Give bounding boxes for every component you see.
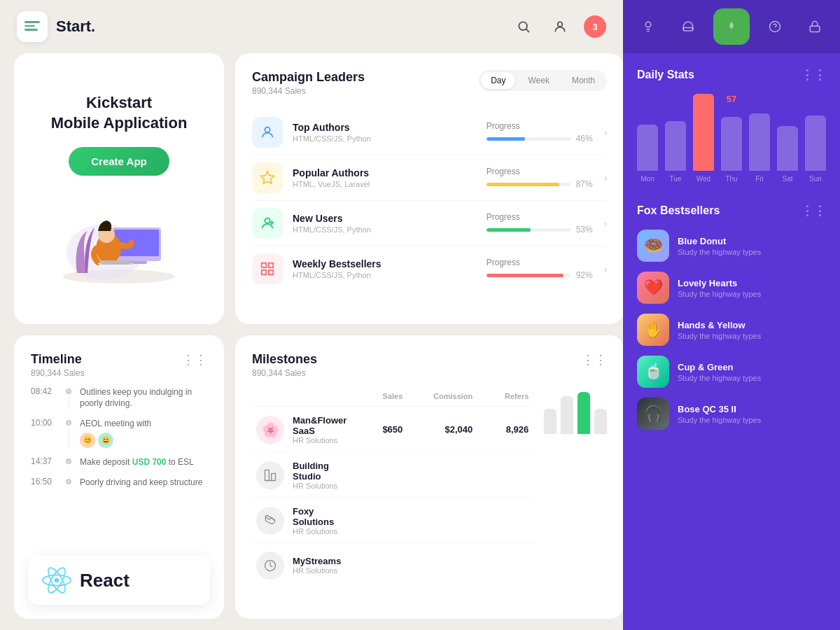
timeline-card: Timeline 890,344 Sales ⋮⋮ 08:42 Outlines… xyxy=(14,335,224,620)
top-authors-name: Top Authors xyxy=(293,122,486,133)
bestseller-cup-green[interactable]: 🍵 Cup & Green Study the highway types xyxy=(637,356,826,388)
milestone-chart xyxy=(544,392,607,434)
new-users-name: New Users xyxy=(293,213,486,224)
chart-bar-sat xyxy=(777,126,798,171)
svg-point-12 xyxy=(265,127,270,132)
milestone-item-manflower: 🌸 Man&Flower SaaS HR Solutions $650 $2,0… xyxy=(252,408,533,452)
tab-day[interactable]: Day xyxy=(481,72,515,89)
header-left: Start. xyxy=(17,11,95,42)
chart-day-labels: Mon Tue Wed Thu Fri Sat Sun xyxy=(637,175,826,183)
manflower-icon: 🌸 xyxy=(256,416,284,444)
tab-week[interactable]: Week xyxy=(518,72,559,89)
react-label: React xyxy=(80,570,130,592)
kickstart-illustration xyxy=(49,192,189,284)
user-icon[interactable] xyxy=(547,14,573,39)
milestone-item-foxy: Foxy Solutions HR Solutions xyxy=(252,499,533,543)
period-tab-group: Day Week Month xyxy=(479,70,607,91)
content-grid: Kickstart Mobile Application Create App xyxy=(0,53,623,630)
svg-rect-25 xyxy=(265,470,270,480)
svg-point-14 xyxy=(265,218,270,223)
campaign-item-top-authors: Top Authors HTML/CSS/JS, Python Progress… xyxy=(252,110,607,155)
sidebar-icon-question[interactable] xyxy=(761,13,789,41)
milestones-subtitle: 890,344 Sales xyxy=(252,368,317,378)
sidebar-icon-fox-active[interactable] xyxy=(713,8,750,45)
new-users-arrow[interactable]: › xyxy=(604,218,608,229)
header: Start. 3 xyxy=(0,0,623,53)
notification-badge[interactable]: 3 xyxy=(584,15,606,38)
campaign-card-header: Campaign Leaders 890,344 Sales Day Week … xyxy=(252,70,607,96)
kickstart-card: Kickstart Mobile Application Create App xyxy=(14,53,224,324)
milestones-card: Milestones 890,344 Sales ⋮⋮ Sales Comiss… xyxy=(235,335,623,620)
campaign-item-popular-authors: Popular Authors HTML, VueJS, Laravel Pro… xyxy=(252,155,607,201)
blue-donut-thumb: 🍩 xyxy=(637,230,669,262)
new-users-icon xyxy=(252,208,283,239)
svg-rect-11 xyxy=(102,260,130,265)
svg-rect-18 xyxy=(269,263,273,267)
bestseller-blue-donut[interactable]: 🍩 Blue Donut Study the highway types xyxy=(637,230,826,262)
campaign-subtitle: 890,344 Sales xyxy=(252,86,365,96)
milestone-item-mystreams: MyStreams HR Solutions xyxy=(252,545,533,587)
campaign-leaders-card: Campaign Leaders 890,344 Sales Day Week … xyxy=(235,53,623,324)
top-authors-arrow[interactable]: › xyxy=(604,127,608,138)
milestone-item-building-studio: Building Studio HR Solutions xyxy=(252,454,533,498)
hands-yellow-thumb: ✋ xyxy=(637,314,669,346)
bestseller-lovely-hearts[interactable]: ❤️ Lovely Hearts Study the highway types xyxy=(637,272,826,304)
svg-point-24 xyxy=(55,578,59,583)
bestseller-bose-qc35[interactable]: 🎧 Bose QC 35 II Study the highway types xyxy=(637,398,826,430)
avatar-2: 😄 xyxy=(98,433,113,448)
col-sales-header: Sales xyxy=(346,392,402,400)
milestones-card-header: Milestones 890,344 Sales ⋮⋮ xyxy=(252,352,607,378)
bestseller-hands-yellow[interactable]: ✋ Hands & Yellow Study the highway types xyxy=(637,314,826,346)
lovely-hearts-thumb: ❤️ xyxy=(637,272,669,304)
weekly-bestsellers-icon xyxy=(252,253,283,284)
timeline-item-1437: 14:37 Make deposit USD 700 to ESL xyxy=(31,456,207,468)
top-authors-tags: HTML/CSS/JS, Python xyxy=(293,134,486,143)
logo-box xyxy=(17,11,48,42)
sidebar-icon-headphones[interactable] xyxy=(674,13,702,41)
search-icon[interactable] xyxy=(511,14,536,39)
chart-bar-mon xyxy=(637,125,658,171)
milestone-list: Sales Comission Refers 🌸 Man&Flower SaaS… xyxy=(252,392,533,587)
svg-point-2 xyxy=(558,22,563,27)
timeline-menu-icon[interactable]: ⋮⋮ xyxy=(182,352,207,368)
mystreams-icon xyxy=(256,552,284,580)
react-logo-icon xyxy=(42,566,71,595)
chart-bars xyxy=(637,94,826,171)
daily-stats-title: Daily Stats ⋮⋮ xyxy=(637,67,826,83)
col-commission-header: Comission xyxy=(416,392,472,400)
bestsellers-menu[interactable]: ⋮⋮ xyxy=(801,203,826,218)
timeline-item-0842: 08:42 Outlines keep you indulging in poo… xyxy=(31,386,207,410)
campaign-item-weekly-bestsellers: Weekly Bestsellers HTML/CSS/JS, Python P… xyxy=(252,246,607,291)
sidebar-icon-lock[interactable] xyxy=(801,13,829,41)
popular-authors-arrow[interactable]: › xyxy=(604,172,608,183)
weekly-bestsellers-name: Weekly Bestsellers xyxy=(293,258,486,270)
sidebar-top-bar xyxy=(623,0,840,53)
chart-bar-sun xyxy=(805,115,826,171)
svg-line-1 xyxy=(526,29,529,32)
col-refers-header: Refers xyxy=(486,392,528,400)
bestsellers-title: Fox Bestsellers ⋮⋮ xyxy=(637,203,826,218)
foxy-solutions-icon xyxy=(256,507,284,535)
daily-stats-section: Daily Stats ⋮⋮ 57 Mon Tue Wed Thu Fri Sa… xyxy=(623,53,840,192)
chart-bar-thu xyxy=(721,117,742,171)
sidebar-icon-lightbulb[interactable] xyxy=(634,13,662,41)
header-right: 3 xyxy=(511,14,606,39)
create-app-button[interactable]: Create App xyxy=(69,147,169,176)
popular-authors-name: Popular Authors xyxy=(293,167,486,178)
chart-bar-fri xyxy=(749,113,770,172)
react-badge: React xyxy=(28,556,210,605)
bose-qc35-thumb: 🎧 xyxy=(637,398,669,430)
daily-stats-menu[interactable]: ⋮⋮ xyxy=(801,67,826,83)
cup-green-thumb: 🍵 xyxy=(637,356,669,388)
chart-bar-tue xyxy=(665,121,686,172)
svg-rect-17 xyxy=(262,263,266,267)
kickstart-title: Kickstart Mobile Application xyxy=(51,93,188,133)
avatar-1: 😊 xyxy=(80,433,95,448)
chart-bar-wed xyxy=(693,94,714,171)
tab-month[interactable]: Month xyxy=(562,72,605,89)
weekly-bestsellers-arrow[interactable]: › xyxy=(604,263,608,274)
milestones-menu-icon[interactable]: ⋮⋮ xyxy=(582,352,607,368)
timeline-item-1000: 10:00 AEOL meeting with 😊 😄 xyxy=(31,418,207,448)
campaign-title: Campaign Leaders xyxy=(252,70,365,85)
app-title: Start. xyxy=(56,18,95,36)
